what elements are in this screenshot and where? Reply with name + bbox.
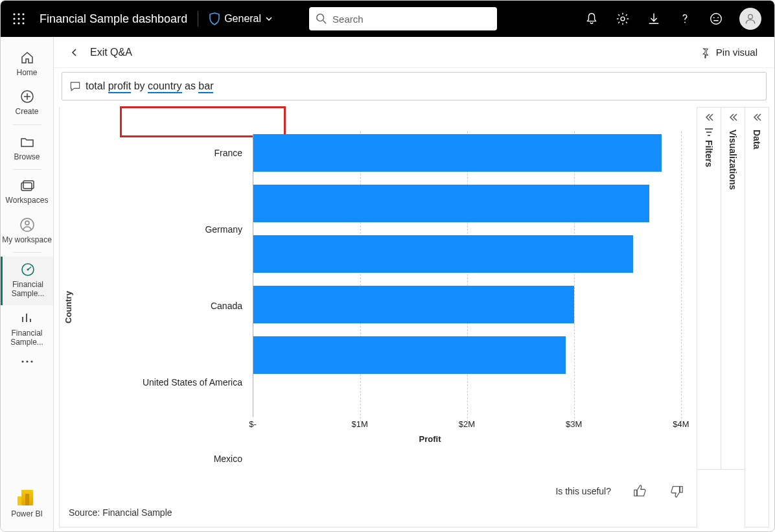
nav-report-financial-sample[interactable]: Financial Sample... <box>1 305 53 354</box>
feedback-row: Is this useful? <box>555 484 684 498</box>
settings-icon[interactable] <box>615 11 630 27</box>
left-nav: Home Create Browse Workspaces My workspa… <box>1 37 54 532</box>
nav-label: Financial Sample... <box>1 329 53 347</box>
category-label: Germany <box>79 211 242 248</box>
svg-line-10 <box>323 21 327 24</box>
thumbs-up-button[interactable] <box>633 484 647 498</box>
pane-label: Visualizations <box>728 130 738 190</box>
workspaces-icon <box>19 179 35 193</box>
sensitivity-label: General <box>224 13 261 25</box>
category-label: United States of America <box>79 364 242 401</box>
plot-area <box>253 134 681 417</box>
folder-icon <box>19 134 35 150</box>
svg-point-8 <box>22 22 24 24</box>
pin-icon <box>699 47 711 58</box>
topbar-actions <box>584 8 767 30</box>
nav-dashboard-financial-sample[interactable]: Financial Sample... <box>1 257 53 305</box>
back-button[interactable] <box>67 45 82 60</box>
chevron-down-icon <box>265 15 273 23</box>
topbar: Financial Sample dashboard General Searc… <box>1 1 774 37</box>
chevron-left-double-icon[interactable] <box>752 113 761 122</box>
thumbs-down-button[interactable] <box>669 484 684 498</box>
subheader: Exit Q&A Pin visual <box>54 37 774 68</box>
bar-chart: Country France Germany Canada United Sta… <box>60 107 697 507</box>
x-tick: $2M <box>459 419 475 429</box>
search-placeholder: Search <box>332 14 364 25</box>
qna-input[interactable]: total profit by country as bar <box>62 72 767 100</box>
nav-label: Workspaces <box>6 196 49 205</box>
app-launcher-icon[interactable] <box>8 8 29 29</box>
svg-point-13 <box>711 14 722 25</box>
search-icon <box>316 13 327 25</box>
help-icon[interactable] <box>677 11 693 27</box>
nav-browse[interactable]: Browse <box>1 129 53 168</box>
svg-point-2 <box>22 13 24 15</box>
filters-pane-collapsed[interactable]: Filters <box>697 107 721 470</box>
nav-more[interactable] <box>1 354 53 371</box>
filters-icon <box>704 127 714 137</box>
category-labels: France Germany Canada United States of A… <box>79 134 248 491</box>
data-pane-collapsed[interactable]: Data <box>745 107 769 527</box>
notifications-icon[interactable] <box>584 11 599 27</box>
search-input[interactable]: Search <box>309 7 497 30</box>
svg-point-25 <box>26 360 28 362</box>
exit-qna-label[interactable]: Exit Q&A <box>90 47 132 58</box>
category-label: Canada <box>79 287 242 325</box>
x-tick: $- <box>249 419 257 429</box>
nav-create[interactable]: Create <box>1 84 53 122</box>
svg-point-11 <box>621 17 625 21</box>
bar[interactable] <box>253 235 633 273</box>
svg-point-26 <box>30 360 32 362</box>
nav-label: Financial Sample... <box>3 280 53 299</box>
chevron-left-double-icon[interactable] <box>728 113 737 122</box>
nav-powerbi-brand[interactable]: Power BI <box>1 485 53 525</box>
bar[interactable] <box>253 286 574 323</box>
pin-visual-button[interactable]: Pin visual <box>699 47 761 58</box>
powerbi-logo-icon <box>21 490 33 505</box>
nav-workspaces[interactable]: Workspaces <box>1 174 53 211</box>
feedback-prompt: Is this useful? <box>555 486 611 496</box>
svg-point-4 <box>17 17 19 19</box>
download-icon[interactable] <box>646 11 662 27</box>
source-label: Source: Financial Sample <box>60 507 697 527</box>
nav-my-workspace[interactable]: My workspace <box>1 212 53 251</box>
nav-label: Power BI <box>11 509 43 518</box>
bar[interactable] <box>253 134 662 172</box>
feedback-icon[interactable] <box>708 11 724 27</box>
chevron-left-double-icon[interactable] <box>704 113 713 122</box>
gauge-icon <box>20 262 36 277</box>
nav-label: Create <box>15 107 38 116</box>
bar[interactable] <box>253 185 649 222</box>
qna-text: total profit by country as bar <box>86 80 213 92</box>
svg-point-6 <box>13 22 15 24</box>
sensitivity-dropdown[interactable]: General <box>209 12 273 25</box>
svg-point-5 <box>22 17 24 19</box>
y-axis-label: Country <box>64 291 73 323</box>
account-avatar[interactable] <box>739 8 761 30</box>
bar[interactable] <box>253 336 566 374</box>
x-tick: $1M <box>352 419 368 429</box>
chevron-left-icon <box>70 48 79 57</box>
x-tick: $3M <box>566 419 582 429</box>
svg-point-1 <box>17 13 19 15</box>
svg-point-9 <box>317 14 324 21</box>
svg-point-15 <box>717 17 719 18</box>
divider <box>198 11 198 27</box>
shield-icon <box>209 12 220 25</box>
nav-label: Home <box>16 68 37 77</box>
category-label: Mexico <box>79 440 242 478</box>
nav-home[interactable]: Home <box>1 45 53 84</box>
pane-label: Filters <box>704 140 714 167</box>
svg-point-3 <box>13 17 15 19</box>
plus-circle-icon <box>19 89 35 104</box>
svg-point-12 <box>684 22 686 23</box>
ellipsis-icon <box>19 359 35 364</box>
svg-point-14 <box>713 17 715 18</box>
visualizations-pane-collapsed[interactable]: Visualizations <box>721 107 745 470</box>
person-circle-icon <box>19 217 35 233</box>
svg-point-23 <box>27 268 29 270</box>
x-axis-label: Profit <box>419 434 441 444</box>
dashboard-title: Financial Sample dashboard <box>40 12 187 26</box>
visual-canvas: Country France Germany Canada United Sta… <box>59 107 697 527</box>
category-label: France <box>79 134 242 172</box>
